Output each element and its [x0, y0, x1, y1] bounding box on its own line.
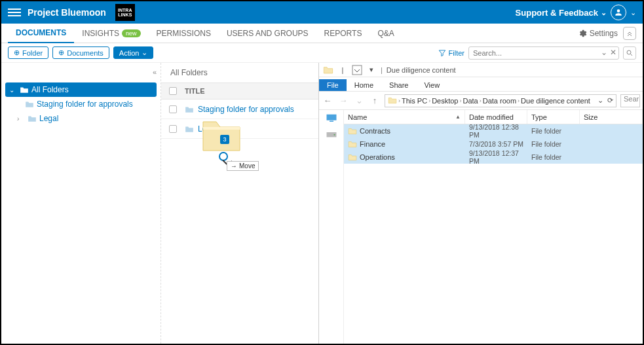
breadcrumb-seg[interactable]: Data room — [483, 97, 516, 105]
row-checkbox[interactable] — [169, 125, 177, 133]
search-button[interactable] — [623, 46, 636, 60]
file-type: File folder — [527, 127, 580, 135]
tree-item-legal[interactable]: › Legal — [5, 111, 157, 126]
plus-icon — [14, 48, 20, 57]
drag-tooltip: →Move — [227, 161, 259, 171]
drive-icon[interactable] — [326, 129, 337, 141]
menu-icon[interactable] — [8, 9, 21, 16]
folder-icon — [348, 153, 357, 161]
nav-back-icon[interactable]: ← — [322, 96, 333, 105]
top-bar: Project Bluemoon INTRA LINKS Support & F… — [1, 1, 643, 24]
col-type[interactable]: Type — [527, 110, 580, 124]
explorer-row[interactable]: Finance 7/3/2018 3:57 PM File folder — [344, 137, 643, 151]
ribbon-tab-file[interactable]: File — [319, 79, 347, 91]
tab-documents[interactable]: DOCUMENTS — [8, 24, 74, 43]
row-name: Staging folder for approvals — [198, 105, 294, 114]
col-name[interactable]: Name▲ — [344, 110, 465, 124]
folder-icon — [388, 96, 397, 105]
tree-root-all-folders[interactable]: ⌄ All Folders — [5, 82, 157, 97]
col-size[interactable]: Size — [580, 110, 643, 124]
overflow-icon[interactable]: ▾ — [366, 65, 377, 75]
svg-rect-3 — [330, 121, 333, 122]
explorer-titlebar[interactable]: | ▾ | Due diligence content — [319, 63, 643, 77]
explorer-columns: Name▲ Date modified Type Size — [344, 110, 643, 124]
refresh-icon[interactable]: ⟳ — [607, 96, 613, 105]
action-menu-button[interactable]: Action⌄ — [113, 46, 154, 59]
user-avatar[interactable] — [611, 5, 626, 20]
explorer-ribbon: File Home Share View — [319, 77, 643, 92]
action-bar: Folder Documents Action⌄ Filter ⌄ ✕ — [1, 43, 643, 63]
row-checkbox[interactable] — [169, 105, 177, 113]
ribbon-tab-share[interactable]: Share — [381, 79, 416, 91]
breadcrumb-seg[interactable]: This PC — [402, 97, 427, 105]
brand-logo: INTRA LINKS — [115, 4, 135, 21]
column-title[interactable]: TITLE — [185, 87, 205, 95]
explorer-row[interactable]: Contracts 9/13/2018 12:38 PM File folder — [344, 124, 643, 137]
explorer-row[interactable]: Operations 9/13/2018 12:37 PM File folde… — [344, 151, 643, 164]
address-bar[interactable]: › This PC› Desktop› Data› Data room› Due… — [385, 94, 616, 107]
chevron-down-icon: ⌄ — [142, 48, 147, 57]
tab-reports[interactable]: REPORTS — [316, 24, 370, 43]
tab-qa[interactable]: Q&A — [369, 24, 402, 43]
settings-label: Settings — [590, 29, 618, 38]
explorer-navpane — [319, 110, 344, 344]
filter-button[interactable]: Filter — [438, 48, 464, 58]
tree-item-staging[interactable]: Staging folder for approvals — [5, 97, 157, 111]
ribbon-tab-view[interactable]: View — [416, 79, 447, 91]
new-documents-button[interactable]: Documents — [52, 46, 109, 59]
new-folder-button[interactable]: Folder — [8, 46, 48, 59]
desktop-icon[interactable] — [326, 113, 337, 125]
breadcrumb-seg[interactable]: Due diligence content — [521, 97, 590, 105]
support-feedback-link[interactable]: Support & Feedback ⌄ — [516, 8, 607, 18]
ribbon-tab-home[interactable]: Home — [347, 79, 381, 91]
chevron-down-icon[interactable]: ⌄ — [597, 96, 603, 105]
chevron-down-icon: ⌄ — [601, 9, 607, 17]
file-name: Contracts — [360, 127, 390, 135]
window-title: Due diligence content — [387, 66, 456, 74]
clear-icon[interactable]: ✕ — [610, 48, 616, 57]
svg-rect-2 — [326, 115, 336, 120]
folder-icon — [348, 127, 357, 135]
folder-icon — [323, 65, 333, 75]
col-date[interactable]: Date modified — [465, 110, 527, 124]
collapse-sidebar-icon[interactable]: « — [153, 68, 157, 76]
plus-icon — [58, 48, 64, 57]
folder-icon — [20, 86, 29, 94]
breadcrumb-seg[interactable]: Desktop — [432, 97, 458, 105]
file-date: 7/3/2018 3:57 PM — [465, 140, 527, 148]
file-name: Operations — [360, 153, 395, 161]
svg-point-5 — [333, 134, 335, 136]
scroll-top-button[interactable] — [623, 27, 636, 40]
folder-icon — [185, 105, 194, 113]
tab-users-groups[interactable]: USERS AND GROUPS — [219, 24, 316, 43]
breadcrumb-seg[interactable]: Data — [463, 97, 478, 105]
funnel-icon — [438, 48, 447, 58]
divider-icon: | — [337, 65, 348, 75]
chevron-down-icon[interactable]: ⌄ — [601, 48, 607, 57]
select-all-checkbox[interactable] — [169, 87, 177, 95]
new-badge: new — [122, 29, 141, 37]
tab-permissions[interactable]: PERMISSIONS — [149, 24, 219, 43]
nav-up-icon[interactable]: ↑ — [369, 96, 381, 105]
dropdown-icon[interactable] — [352, 65, 362, 75]
tree-item-label: All Folders — [31, 85, 69, 94]
folder-icon — [25, 100, 34, 108]
folder-icon — [185, 125, 194, 133]
chevron-down-icon[interactable]: ⌄ — [630, 9, 636, 17]
nav-forward-icon[interactable]: → — [337, 96, 349, 105]
double-chevron-up-icon — [626, 29, 634, 37]
chevron-down-icon: ⌄ — [9, 86, 17, 94]
explorer-search-input[interactable]: Sear — [620, 94, 640, 107]
project-title: Project Bluemoon — [28, 7, 106, 18]
file-explorer-window: | ▾ | Due diligence content File Home Sh… — [318, 63, 643, 344]
tab-insights[interactable]: INSIGHTSnew — [74, 24, 148, 43]
settings-link[interactable]: Settings — [578, 29, 618, 38]
search-icon — [626, 49, 634, 57]
folder-icon — [28, 115, 37, 122]
explorer-navbar: ← → ⌄ ↑ › This PC› Desktop› Data› Data r… — [319, 92, 643, 110]
nav-history-icon[interactable]: ⌄ — [353, 96, 365, 105]
search-input[interactable] — [468, 46, 619, 60]
file-type: File folder — [527, 153, 580, 161]
file-date: 9/13/2018 12:37 PM — [465, 149, 527, 165]
search-box: ⌄ ✕ — [468, 46, 619, 60]
